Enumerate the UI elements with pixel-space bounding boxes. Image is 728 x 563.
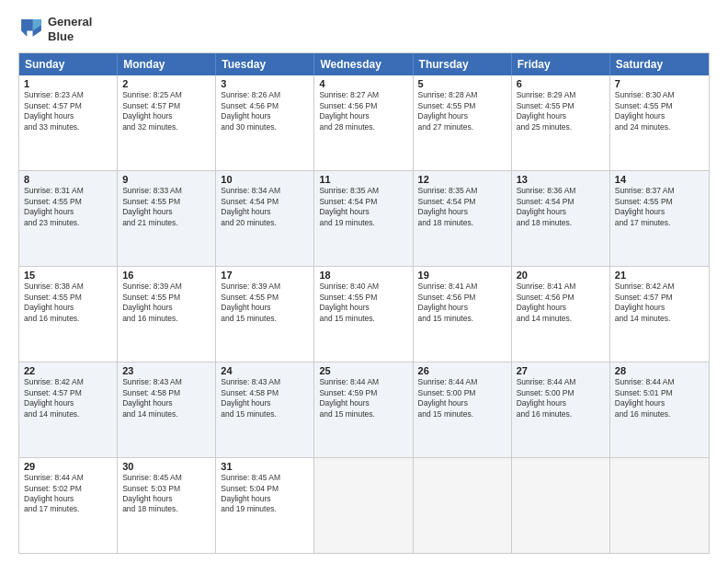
cell-info: Sunrise: 8:40 AMSunset: 4:55 PMDaylight … [319,282,407,324]
calendar-cell: 19Sunrise: 8:41 AMSunset: 4:56 PMDayligh… [414,267,512,362]
calendar: SundayMondayTuesdayWednesdayThursdayFrid… [18,52,710,554]
calendar-cell: 31Sunrise: 8:45 AMSunset: 5:04 PMDayligh… [216,458,314,553]
calendar-cell: 20Sunrise: 8:41 AMSunset: 4:56 PMDayligh… [512,267,610,362]
calendar-row-0: 1Sunrise: 8:23 AMSunset: 4:57 PMDaylight… [19,75,709,170]
day-number: 23 [122,365,210,376]
day-number: 29 [24,461,112,472]
calendar-cell: 2Sunrise: 8:25 AMSunset: 4:57 PMDaylight… [118,75,216,170]
calendar-cell: 18Sunrise: 8:40 AMSunset: 4:55 PMDayligh… [314,267,413,362]
cell-info: Sunrise: 8:31 AMSunset: 4:55 PMDaylight … [24,186,112,228]
calendar-row-1: 8Sunrise: 8:31 AMSunset: 4:55 PMDaylight… [19,170,709,266]
cell-info: Sunrise: 8:44 AMSunset: 4:59 PMDaylight … [319,377,407,419]
cell-info: Sunrise: 8:44 AMSunset: 5:00 PMDaylight … [517,377,605,419]
day-number: 3 [221,78,309,89]
calendar-cell: 14Sunrise: 8:37 AMSunset: 4:55 PMDayligh… [610,171,709,266]
calendar-body: 1Sunrise: 8:23 AMSunset: 4:57 PMDaylight… [19,75,709,553]
calendar-cell [314,458,413,553]
cell-info: Sunrise: 8:42 AMSunset: 4:57 PMDaylight … [615,282,704,324]
calendar-cell: 1Sunrise: 8:23 AMSunset: 4:57 PMDaylight… [19,75,118,170]
calendar-cell: 3Sunrise: 8:26 AMSunset: 4:56 PMDaylight… [216,75,314,170]
day-number: 17 [221,270,309,281]
calendar-cell: 27Sunrise: 8:44 AMSunset: 5:00 PMDayligh… [512,362,610,457]
calendar-cell [512,458,610,553]
calendar-cell: 25Sunrise: 8:44 AMSunset: 4:59 PMDayligh… [314,362,413,457]
calendar-cell: 29Sunrise: 8:44 AMSunset: 5:02 PMDayligh… [19,458,118,553]
calendar-cell: 30Sunrise: 8:45 AMSunset: 5:03 PMDayligh… [118,458,216,553]
cell-info: Sunrise: 8:27 AMSunset: 4:56 PMDaylight … [319,90,407,132]
cell-info: Sunrise: 8:44 AMSunset: 5:00 PMDaylight … [418,377,506,419]
day-header-thursday: Thursday [414,53,512,75]
cell-info: Sunrise: 8:35 AMSunset: 4:54 PMDaylight … [418,186,506,228]
calendar-cell: 4Sunrise: 8:27 AMSunset: 4:56 PMDaylight… [314,75,413,170]
calendar-cell: 7Sunrise: 8:30 AMSunset: 4:55 PMDaylight… [610,75,709,170]
cell-info: Sunrise: 8:29 AMSunset: 4:55 PMDaylight … [517,90,605,132]
cell-info: Sunrise: 8:43 AMSunset: 4:58 PMDaylight … [122,377,210,419]
day-number: 24 [221,365,309,376]
calendar-row-4: 29Sunrise: 8:44 AMSunset: 5:02 PMDayligh… [19,457,709,553]
calendar-cell: 15Sunrise: 8:38 AMSunset: 4:55 PMDayligh… [19,267,118,362]
day-number: 31 [221,461,309,472]
day-number: 21 [615,270,704,281]
day-number: 16 [122,270,210,281]
header: General Blue [18,15,710,43]
cell-info: Sunrise: 8:43 AMSunset: 4:58 PMDaylight … [221,377,309,419]
day-number: 4 [319,78,407,89]
day-number: 6 [517,78,605,89]
day-number: 7 [615,78,704,89]
cell-info: Sunrise: 8:35 AMSunset: 4:54 PMDaylight … [319,186,407,228]
day-number: 25 [319,365,407,376]
calendar-cell: 17Sunrise: 8:39 AMSunset: 4:55 PMDayligh… [216,267,314,362]
cell-info: Sunrise: 8:38 AMSunset: 4:55 PMDaylight … [24,282,112,324]
cell-info: Sunrise: 8:33 AMSunset: 4:55 PMDaylight … [122,186,210,228]
cell-info: Sunrise: 8:41 AMSunset: 4:56 PMDaylight … [418,282,506,324]
cell-info: Sunrise: 8:36 AMSunset: 4:54 PMDaylight … [517,186,605,228]
cell-info: Sunrise: 8:26 AMSunset: 4:56 PMDaylight … [221,90,309,132]
cell-info: Sunrise: 8:45 AMSunset: 5:04 PMDaylight … [221,473,309,515]
cell-info: Sunrise: 8:44 AMSunset: 5:02 PMDaylight … [24,473,112,515]
day-number: 26 [418,365,506,376]
calendar-cell: 22Sunrise: 8:42 AMSunset: 4:57 PMDayligh… [19,362,118,457]
cell-info: Sunrise: 8:44 AMSunset: 5:01 PMDaylight … [615,377,704,419]
calendar-row-3: 22Sunrise: 8:42 AMSunset: 4:57 PMDayligh… [19,362,709,457]
day-number: 19 [418,270,506,281]
calendar-cell: 26Sunrise: 8:44 AMSunset: 5:00 PMDayligh… [414,362,512,457]
calendar-cell: 16Sunrise: 8:39 AMSunset: 4:55 PMDayligh… [118,267,216,362]
logo: General Blue [18,15,92,43]
cell-info: Sunrise: 8:39 AMSunset: 4:55 PMDaylight … [122,282,210,324]
day-number: 10 [221,174,309,185]
cell-info: Sunrise: 8:45 AMSunset: 5:03 PMDaylight … [122,473,210,515]
day-header-tuesday: Tuesday [216,53,314,75]
logo-text: General Blue [48,15,92,43]
cell-info: Sunrise: 8:37 AMSunset: 4:55 PMDaylight … [615,186,704,228]
day-number: 2 [122,78,210,89]
day-header-sunday: Sunday [19,53,118,75]
cell-info: Sunrise: 8:42 AMSunset: 4:57 PMDaylight … [24,377,112,419]
cell-info: Sunrise: 8:41 AMSunset: 4:56 PMDaylight … [517,282,605,324]
day-number: 20 [517,270,605,281]
calendar-cell [610,458,709,553]
day-number: 1 [24,78,112,89]
calendar-row-2: 15Sunrise: 8:38 AMSunset: 4:55 PMDayligh… [19,266,709,362]
calendar-cell: 9Sunrise: 8:33 AMSunset: 4:55 PMDaylight… [118,171,216,266]
day-header-wednesday: Wednesday [314,53,413,75]
day-number: 14 [615,174,704,185]
page: General Blue SundayMondayTuesdayWednesda… [0,0,728,563]
calendar-cell: 8Sunrise: 8:31 AMSunset: 4:55 PMDaylight… [19,171,118,266]
day-number: 18 [319,270,407,281]
day-number: 13 [517,174,605,185]
calendar-cell: 6Sunrise: 8:29 AMSunset: 4:55 PMDaylight… [512,75,610,170]
day-number: 27 [517,365,605,376]
cell-info: Sunrise: 8:30 AMSunset: 4:55 PMDaylight … [615,90,704,132]
calendar-header: SundayMondayTuesdayWednesdayThursdayFrid… [19,53,709,75]
day-number: 8 [24,174,112,185]
calendar-cell: 24Sunrise: 8:43 AMSunset: 4:58 PMDayligh… [216,362,314,457]
day-number: 28 [615,365,704,376]
cell-info: Sunrise: 8:25 AMSunset: 4:57 PMDaylight … [122,90,210,132]
day-number: 5 [418,78,506,89]
day-header-saturday: Saturday [610,53,709,75]
cell-info: Sunrise: 8:39 AMSunset: 4:55 PMDaylight … [221,282,309,324]
cell-info: Sunrise: 8:28 AMSunset: 4:55 PMDaylight … [418,90,506,132]
cell-info: Sunrise: 8:34 AMSunset: 4:54 PMDaylight … [221,186,309,228]
calendar-cell: 11Sunrise: 8:35 AMSunset: 4:54 PMDayligh… [314,171,413,266]
calendar-cell: 12Sunrise: 8:35 AMSunset: 4:54 PMDayligh… [414,171,512,266]
